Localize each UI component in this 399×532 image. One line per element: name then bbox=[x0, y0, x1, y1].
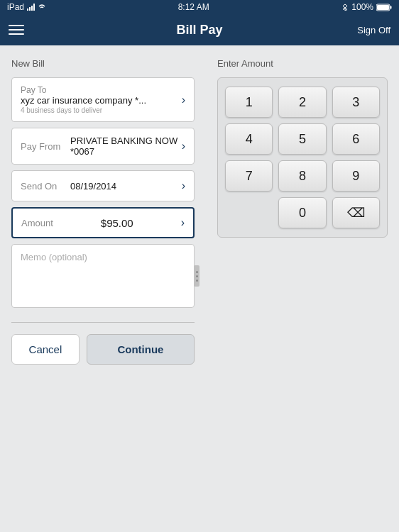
menu-button[interactable] bbox=[9, 25, 24, 35]
memo-field[interactable]: Memo (optional) bbox=[11, 244, 195, 308]
numpad-key-1[interactable]: 1 bbox=[225, 87, 273, 118]
enter-amount-label: Enter Amount bbox=[217, 58, 388, 69]
battery-icon bbox=[376, 4, 392, 11]
wifi-icon bbox=[38, 4, 45, 11]
pay-from-chevron: › bbox=[182, 140, 185, 153]
backspace-key[interactable]: ⌫ bbox=[332, 197, 380, 228]
pay-from-value: PRIVATE BANKING NOW *0067 bbox=[70, 135, 182, 157]
right-panel: Enter Amount 1234567890⌫ bbox=[206, 45, 399, 532]
status-bar-right: 100% bbox=[341, 2, 392, 12]
page-title: Bill Pay bbox=[176, 23, 222, 38]
numpad-key-6[interactable]: 6 bbox=[332, 123, 380, 155]
button-row: Cancel Continue bbox=[11, 334, 195, 365]
send-on-label: Send On bbox=[21, 181, 70, 192]
battery-label: 100% bbox=[351, 2, 373, 12]
pay-to-chevron: › bbox=[182, 94, 185, 106]
pay-to-sublabel: 4 business days to deliver bbox=[21, 106, 146, 114]
send-on-chevron: › bbox=[182, 179, 185, 192]
send-on-field[interactable]: Send On 08/19/2014 › bbox=[11, 170, 195, 201]
sign-off-button[interactable]: Sign Off bbox=[357, 25, 390, 35]
drag-handle[interactable] bbox=[194, 265, 200, 287]
pay-to-field[interactable]: Pay To xyz car insurance company *... 4 … bbox=[11, 77, 195, 122]
status-bar: iPad 8:12 AM 100% bbox=[0, 0, 399, 14]
numpad-key-2[interactable]: 2 bbox=[278, 87, 326, 118]
svg-rect-1 bbox=[29, 7, 31, 11]
amount-field[interactable]: Amount $95.00 › bbox=[11, 207, 195, 238]
memo-placeholder: Memo (optional) bbox=[21, 252, 87, 262]
status-bar-left: iPad bbox=[7, 2, 45, 12]
numpad-key-3[interactable]: 3 bbox=[332, 87, 380, 118]
pay-from-label: Pay From bbox=[21, 141, 70, 152]
amount-value: $95.00 bbox=[101, 217, 133, 229]
svg-rect-2 bbox=[31, 6, 33, 11]
bluetooth-icon bbox=[341, 4, 349, 11]
carrier-label: iPad bbox=[7, 2, 24, 12]
svg-rect-3 bbox=[33, 4, 35, 11]
numpad-key-5[interactable]: 5 bbox=[278, 123, 326, 155]
numpad-key-9[interactable]: 9 bbox=[332, 160, 380, 192]
numpad-empty bbox=[225, 197, 273, 228]
time-label: 8:12 AM bbox=[178, 2, 209, 12]
pay-to-value: xyz car insurance company *... bbox=[21, 95, 146, 106]
pay-to-label: Pay To bbox=[21, 85, 146, 95]
divider bbox=[11, 322, 195, 323]
main-content: New Bill Pay To xyz car insurance compan… bbox=[0, 45, 399, 532]
amount-label: Amount bbox=[21, 218, 53, 228]
numpad-key-0[interactable]: 0 bbox=[278, 197, 326, 228]
pay-from-field[interactable]: Pay From PRIVATE BANKING NOW *0067 › bbox=[11, 128, 195, 165]
amount-chevron: › bbox=[181, 216, 185, 229]
continue-button[interactable]: Continue bbox=[87, 334, 195, 365]
cancel-button[interactable]: Cancel bbox=[11, 334, 80, 365]
numpad-key-4[interactable]: 4 bbox=[225, 123, 273, 155]
left-panel: New Bill Pay To xyz car insurance compan… bbox=[0, 45, 206, 532]
pay-to-field-left: Pay To xyz car insurance company *... 4 … bbox=[21, 85, 146, 114]
nav-bar: Bill Pay Sign Off bbox=[0, 14, 399, 45]
svg-rect-0 bbox=[27, 9, 28, 11]
svg-rect-6 bbox=[377, 5, 389, 10]
new-bill-label: New Bill bbox=[11, 58, 195, 69]
numpad-key-7[interactable]: 7 bbox=[225, 160, 273, 192]
svg-rect-5 bbox=[390, 6, 391, 9]
signal-icon bbox=[27, 4, 35, 11]
numpad-key-8[interactable]: 8 bbox=[278, 160, 326, 192]
numpad: 1234567890⌫ bbox=[217, 77, 388, 238]
send-on-value: 08/19/2014 bbox=[70, 181, 182, 192]
